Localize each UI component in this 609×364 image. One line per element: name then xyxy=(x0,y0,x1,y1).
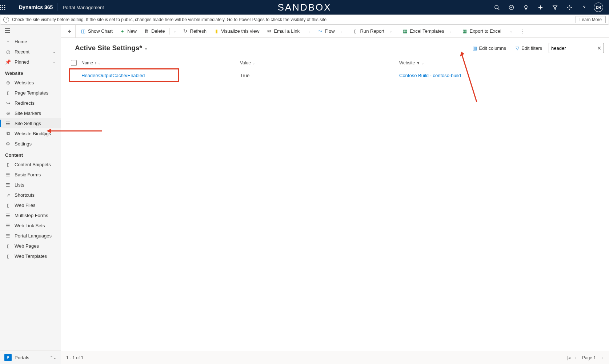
cmd-excel-templates[interactable]: ▦Excel Templates⌄ xyxy=(399,25,458,37)
brand-name[interactable]: Dynamics 365 xyxy=(15,3,57,11)
cmd-label: Email a Link xyxy=(274,28,300,34)
chevron-down-icon[interactable]: ⌄ xyxy=(421,61,424,65)
nav-web-templates[interactable]: ▯Web Templates xyxy=(0,251,61,261)
edit-columns-button[interactable]: ▥Edit columns xyxy=(470,44,509,52)
nav-label: Page Templates xyxy=(15,90,48,96)
app-launcher-icon[interactable] xyxy=(0,5,15,10)
view-title-text: Active Site Settings* xyxy=(75,44,142,52)
nav-web-files[interactable]: ▯Web Files xyxy=(0,200,61,210)
cmd-new[interactable]: ＋New xyxy=(116,26,140,36)
delete-split-chevron[interactable]: ⌄ xyxy=(171,27,179,35)
grid-search-input[interactable] xyxy=(551,45,597,51)
add-icon[interactable] xyxy=(533,0,547,15)
svg-point-6 xyxy=(0,9,1,10)
nav-basic-forms[interactable]: ☰Basic Forms xyxy=(0,169,61,180)
filter-icon[interactable] xyxy=(548,0,562,15)
svg-point-2 xyxy=(4,5,5,6)
area-switcher[interactable]: P Portals ⌃⌄ xyxy=(0,351,61,364)
settings-icon[interactable] xyxy=(562,0,576,15)
nav-label: Website Bindings xyxy=(15,131,51,136)
first-page-button[interactable]: |◂ xyxy=(567,355,570,360)
form-icon: ☰ xyxy=(5,172,11,177)
powerbi-icon: ▮ xyxy=(214,29,219,34)
edit-filters-button[interactable]: ▽Edit filters xyxy=(513,44,545,52)
cmd-email-link[interactable]: ✉Email a Link xyxy=(263,26,303,36)
nav-settings[interactable]: ⚙Settings xyxy=(0,139,61,149)
help-icon[interactable] xyxy=(577,0,591,15)
user-avatar[interactable]: DR xyxy=(592,0,605,15)
cmd-label: Excel Templates xyxy=(410,28,444,34)
chevron-down-icon: ⌄ xyxy=(53,60,56,64)
cmd-label: Flow xyxy=(325,28,334,34)
marker-icon: ⊛ xyxy=(5,110,11,116)
nav-websites[interactable]: ⊕Websites xyxy=(0,77,61,88)
email-split-chevron[interactable]: ⌄ xyxy=(305,27,314,35)
cmd-show-chart[interactable]: ◫Show Chart xyxy=(77,26,116,36)
clear-search-icon[interactable]: ✕ xyxy=(597,45,601,51)
chevron-down-icon[interactable]: ⌄ xyxy=(252,61,255,65)
back-button[interactable] xyxy=(63,25,76,37)
settings-list-icon: ☷ xyxy=(5,120,11,126)
nav-website-bindings[interactable]: ⧉Website Bindings xyxy=(0,128,61,139)
nav-page-templates[interactable]: ▯Page Templates xyxy=(0,88,61,98)
templates-icon: ▯ xyxy=(5,253,11,259)
nav-shortcuts[interactable]: ↗Shortcuts xyxy=(0,190,61,200)
nav-site-settings[interactable]: ☷Site Settings xyxy=(0,118,61,128)
env-banner: SANDBOX xyxy=(277,2,331,13)
nav-home[interactable]: ⌂Home xyxy=(0,36,61,47)
assistant-icon[interactable] xyxy=(504,0,518,15)
learn-more-button[interactable]: Learn More xyxy=(576,16,606,23)
nav-web-link-sets[interactable]: ☰Web Link Sets xyxy=(0,220,61,231)
globe-icon: ⊕ xyxy=(5,80,11,85)
record-name-link[interactable]: Header/OutputCache/Enabled xyxy=(81,73,145,78)
funnel-icon: ▽ xyxy=(516,45,519,51)
next-page-button[interactable]: → xyxy=(600,355,604,360)
nav-content-snippets[interactable]: ▯Content Snippets xyxy=(0,159,61,169)
notice-text: Check the site visibility before editing… xyxy=(12,17,328,22)
svg-point-14 xyxy=(569,7,570,8)
nav-label: Web Files xyxy=(15,203,36,208)
lightbulb-icon[interactable] xyxy=(519,0,533,15)
record-website-link[interactable]: Contoso Build - contoso-build xyxy=(399,73,461,78)
nav-redirects[interactable]: ↪Redirects xyxy=(0,98,61,108)
nav-site-markers[interactable]: ⊛Site Markers xyxy=(0,108,61,118)
cmd-refresh[interactable]: ↻Refresh xyxy=(179,26,211,36)
prev-page-button[interactable]: ← xyxy=(574,355,578,360)
files-icon: ▯ xyxy=(5,202,11,208)
select-all-checkbox[interactable] xyxy=(71,60,77,66)
nav-recent[interactable]: ◷Recent⌄ xyxy=(0,47,61,57)
nav-label: Recent xyxy=(15,49,29,55)
cmd-run-report[interactable]: ▯Run Report⌄ xyxy=(349,25,399,37)
view-selector[interactable]: Active Site Settings*⌄ xyxy=(75,44,148,52)
nav-portal-languages[interactable]: ☰Portal Languages xyxy=(0,231,61,241)
nav-multistep-forms[interactable]: ☰Multistep Forms xyxy=(0,210,61,220)
page-label: Page 1 xyxy=(582,355,596,360)
table-row[interactable]: Header/OutputCache/Enabled True Contoso … xyxy=(66,69,604,82)
svg-point-0 xyxy=(0,5,1,6)
nav-lists[interactable]: ☰Lists xyxy=(0,180,61,190)
col-header-value[interactable]: Value⌄ xyxy=(240,60,399,65)
grid-search[interactable]: ✕ xyxy=(549,43,604,53)
nav-label: Basic Forms xyxy=(15,172,41,177)
col-header-name[interactable]: Name↑⌄ xyxy=(81,60,240,65)
nav-label: Pinned xyxy=(15,59,29,65)
col-header-website[interactable]: Website▼⌄ xyxy=(399,60,604,65)
cmd-export-excel[interactable]: ▦Export to Excel xyxy=(458,26,505,36)
cmd-overflow[interactable]: ⋮ xyxy=(516,25,529,37)
nav-label: Home xyxy=(15,39,27,44)
sidebar-toggle[interactable] xyxy=(0,25,61,36)
nav-pinned[interactable]: 📌Pinned⌄ xyxy=(0,57,61,67)
sort-asc-icon: ↑ xyxy=(95,61,96,65)
snippet-icon: ▯ xyxy=(5,161,11,167)
cmd-visualize[interactable]: ▮Visualize this view xyxy=(210,26,263,36)
svg-point-9 xyxy=(494,5,498,8)
gear-icon: ⚙ xyxy=(5,141,11,147)
cmd-delete[interactable]: 🗑Delete xyxy=(140,26,169,36)
cmd-flow[interactable]: ⤳Flow⌄ xyxy=(314,25,349,37)
nav-web-pages[interactable]: ▯Web Pages xyxy=(0,241,61,251)
chevron-down-icon[interactable]: ⌄ xyxy=(98,61,101,65)
linkset-icon: ☰ xyxy=(5,223,11,228)
export-split-chevron[interactable]: ⌄ xyxy=(507,27,516,35)
search-icon[interactable] xyxy=(490,0,504,15)
flow-icon: ⤳ xyxy=(317,29,322,34)
